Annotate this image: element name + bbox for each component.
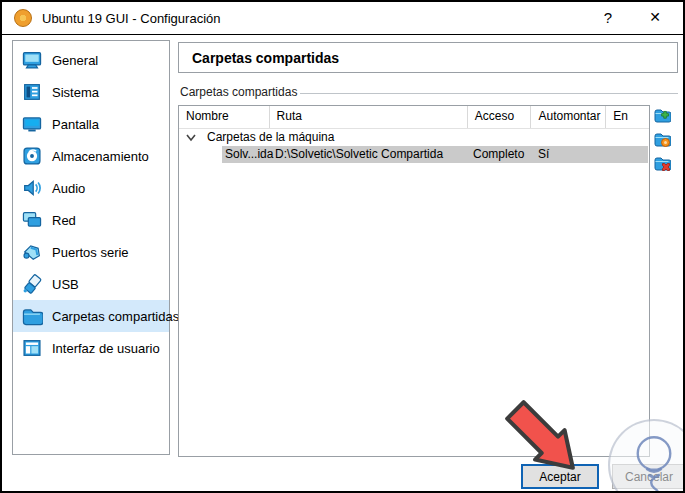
sidebar-item-label: General [52,53,98,68]
col-automontar: Automontar [531,106,606,128]
title-bar: Ubuntu 19 GUI - Configuración ? ✕ [2,2,683,35]
sidebar-item-red[interactable]: Red [13,204,169,236]
sidebar-item-general[interactable]: General [13,44,169,76]
tree-group-label: Carpetas de la máquina [207,129,334,146]
sidebar-item-label: USB [52,277,79,292]
sidebar-item-label: Interfaz de usuario [52,341,160,356]
folder-add-icon [653,106,671,124]
col-ruta: Ruta [270,106,468,128]
sidebar-item-usb[interactable]: USB [13,268,169,300]
groupbox-label: Carpetas compartidas [180,85,301,99]
cell-acceso: Completo [473,146,524,163]
cell-automontar: Sí [538,146,549,163]
window-title: Ubuntu 19 GUI - Configuración [42,11,220,26]
shared-folder-icon [21,305,43,327]
groupbox-line [300,93,678,94]
sidebar-item-label: Pantalla [52,117,99,132]
tree-group-row[interactable]: Carpetas de la máquina [179,129,649,146]
cell-nombre: Solv...ida [225,146,273,163]
sidebar-item-carpetas-compartidas[interactable]: Carpetas compartidas [13,300,169,332]
folder-actions [653,106,671,178]
close-icon[interactable]: ✕ [635,2,675,33]
settings-sidebar: General Sistema Pantalla Almacenamiento … [12,40,170,455]
usb-icon [21,273,43,295]
user-interface-icon [21,337,43,359]
app-icon [14,9,32,27]
serial-port-icon [21,241,43,263]
almacenamiento-icon [21,145,43,167]
sidebar-item-label: Sistema [52,85,99,100]
cancel-button[interactable]: Cancelar [612,464,685,489]
folder-remove-icon [653,154,671,172]
sidebar-item-almacenamiento[interactable]: Almacenamiento [13,140,169,172]
sidebar-item-label: Carpetas compartidas [52,309,179,324]
pantalla-icon [21,113,43,135]
col-acceso: Acceso [468,106,532,128]
page-heading: Carpetas compartidas [178,42,678,73]
accept-button[interactable]: Aceptar [521,464,599,489]
remove-shared-folder-button[interactable] [653,154,671,172]
table-header: Nombre Ruta Acceso Automontar En [179,106,649,129]
page-title: Carpetas compartidas [192,50,339,66]
folder-edit-icon [653,130,671,148]
sidebar-item-label: Puertos serie [52,245,129,260]
sidebar-item-puertos-serie[interactable]: Puertos serie [13,236,169,268]
sidebar-item-pantalla[interactable]: Pantalla [13,108,169,140]
sidebar-item-interfaz-de-usuario[interactable]: Interfaz de usuario [13,332,169,364]
sidebar-item-label: Audio [52,181,85,196]
audio-icon [21,177,43,199]
shared-folders-table: Nombre Ruta Acceso Automontar En Carpeta… [178,105,650,457]
sidebar-item-audio[interactable]: Audio [13,172,169,204]
sistema-icon [21,81,43,103]
general-icon [21,49,43,71]
table-row[interactable]: Solv...ida D:\Solvetic\Solvetic Comparti… [222,146,648,163]
sidebar-item-sistema[interactable]: Sistema [13,76,169,108]
chevron-down-icon[interactable] [185,130,197,145]
col-en: En [606,106,649,128]
col-nombre: Nombre [179,106,270,128]
cell-ruta: D:\Solvetic\Solvetic Compartida [275,146,443,163]
settings-dialog: Ubuntu 19 GUI - Configuración ? ✕ Genera… [0,0,685,493]
sidebar-item-label: Red [52,213,76,228]
add-shared-folder-button[interactable] [653,106,671,124]
edit-shared-folder-button[interactable] [653,130,671,148]
sidebar-item-label: Almacenamiento [52,149,149,164]
network-icon [21,209,43,231]
help-button[interactable]: ? [588,2,628,33]
